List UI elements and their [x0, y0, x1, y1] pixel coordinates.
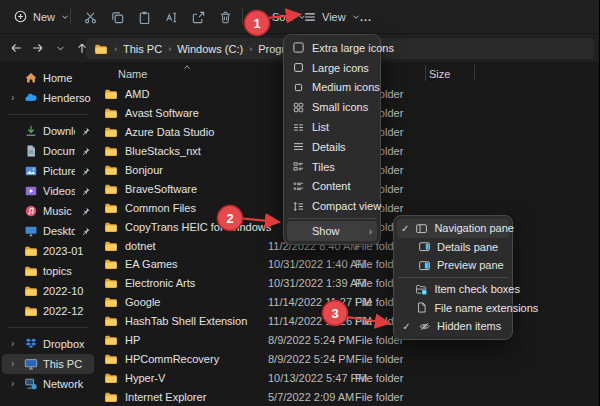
- folder-icon: [104, 182, 118, 196]
- view-menu-item-small-icons[interactable]: Small icons: [287, 97, 377, 117]
- view-menu-item-icon: [292, 160, 305, 173]
- file-row[interactable]: Hyper-V 10/13/2022 5:47 PM File folder: [96, 368, 600, 387]
- sidebar-item-downloads[interactable]: › Downloads: [2, 121, 94, 141]
- view-menu-item-large-icons[interactable]: Large icons: [287, 58, 377, 78]
- show-submenu-item-label: Navigation pane: [434, 222, 514, 234]
- sidebar-item-2023-01[interactable]: › 2023-01: [2, 241, 94, 261]
- sidebar-item-label: 2022-10: [43, 285, 91, 297]
- sidebar-item-label: topics: [43, 265, 91, 277]
- view-menu-item-details[interactable]: Details: [287, 137, 377, 157]
- column-divider[interactable]: [474, 65, 475, 81]
- view-menu-item-label: Small icons: [312, 101, 368, 113]
- share-button[interactable]: [185, 4, 211, 30]
- forward-button[interactable]: [27, 37, 49, 59]
- expand-chevron-icon[interactable]: ›: [11, 93, 19, 103]
- sidebar-item-music[interactable]: › Music: [2, 201, 94, 221]
- file-date-modified: 8/9/2022 5:24 PM: [268, 353, 355, 365]
- file-row[interactable]: HPCommRecovery 8/9/2022 5:24 PM File fol…: [96, 349, 600, 368]
- file-name: dotnet: [125, 240, 156, 252]
- file-row[interactable]: Internet Explorer 5/7/2022 2:09 AM File …: [96, 387, 600, 406]
- breadcrumb-windows-c[interactable]: Windows (C:): [177, 43, 243, 55]
- sidebar-item-dropbox[interactable]: › Dropbox: [2, 334, 94, 354]
- sidebar-item-icon: [24, 357, 38, 371]
- sidebar-item-this-pc[interactable]: › This PC: [2, 354, 94, 374]
- sidebar-item-network[interactable]: › Network: [2, 374, 94, 394]
- menu-divider: [398, 277, 508, 278]
- sidebar-item-documents[interactable]: › Documents: [2, 141, 94, 161]
- view-menu-item-icon: [292, 101, 305, 114]
- sidebar-item-label: Henderson - Personal: [43, 92, 91, 104]
- breadcrumb-this-pc[interactable]: This PC: [123, 43, 162, 55]
- expand-chevron-icon[interactable]: ›: [11, 359, 19, 369]
- sidebar-item-icon: [24, 71, 38, 85]
- file-row[interactable]: Electronic Arts 10/31/2022 1:39 AM File …: [96, 274, 600, 293]
- sidebar-item-2022-12[interactable]: › 2022-12: [2, 301, 94, 321]
- show-submenu-item-details-pane[interactable]: ✓ Details pane: [397, 238, 509, 257]
- sidebar-item-videos[interactable]: › Videos: [2, 181, 94, 201]
- back-button[interactable]: [5, 37, 27, 59]
- sidebar-item-icon: [24, 124, 38, 138]
- sidebar-item-2022-10[interactable]: › 2022-10: [2, 281, 94, 301]
- column-header-name[interactable]: Name: [118, 68, 147, 80]
- view-menu-item-show[interactable]: Show ›: [287, 221, 377, 241]
- view-menu-item-label: Extra large icons: [312, 42, 394, 54]
- view-menu-item-label: List: [312, 121, 329, 133]
- copy-button[interactable]: [104, 4, 130, 30]
- chevron-down-icon: [60, 12, 70, 22]
- file-date-modified: 10/31/2022 1:39 AM: [268, 277, 355, 289]
- back-arrow-icon: [9, 41, 23, 55]
- new-button[interactable]: New: [6, 4, 77, 30]
- sidebar-item-desktop[interactable]: › Desktop: [2, 221, 94, 241]
- sidebar-item-onedrive[interactable]: › Henderson - Personal: [2, 88, 94, 108]
- file-row[interactable]: HashTab Shell Extension 11/14/2022 11:26…: [96, 312, 600, 331]
- folder-icon: [104, 87, 118, 101]
- cut-button[interactable]: [77, 4, 103, 30]
- file-name: Common Files: [125, 202, 196, 214]
- plus-circle-icon: [13, 9, 28, 24]
- view-menu-item-icon: [292, 81, 305, 94]
- show-submenu-item-icon: [418, 259, 431, 272]
- show-submenu-item-hidden-items[interactable]: ✓ Hidden items: [397, 317, 509, 336]
- file-name: BlueStacks_nxt: [125, 145, 201, 157]
- view-menu-item-content[interactable]: Content: [287, 177, 377, 197]
- sidebar-item-label: Home: [43, 72, 91, 84]
- file-row[interactable]: HP 8/9/2022 5:24 PM File folder: [96, 331, 600, 350]
- more-options-button[interactable]: ...: [352, 4, 380, 30]
- sidebar-item-label: This PC: [43, 358, 91, 370]
- sidebar-item-label: Pictures: [43, 165, 75, 177]
- sort-ascending-chevron-icon: [182, 63, 192, 71]
- toolbar-divider: [70, 7, 71, 25]
- delete-button[interactable]: [212, 4, 238, 30]
- rename-icon: [164, 10, 179, 25]
- column-divider[interactable]: [425, 65, 426, 81]
- show-submenu-item-item-check-boxes[interactable]: ✓ Item check boxes: [397, 280, 509, 299]
- sidebar-item-home[interactable]: › Home: [2, 68, 94, 88]
- breadcrumb-separator: ›: [114, 44, 117, 54]
- sidebar-item-topics[interactable]: › topics: [2, 261, 94, 281]
- rename-button[interactable]: [158, 4, 184, 30]
- sidebar-item-label: 2023-01: [43, 245, 91, 257]
- view-menu-item-extra-large-icons[interactable]: Extra large icons: [287, 38, 377, 58]
- show-submenu-item-icon: [415, 301, 428, 314]
- sidebar-item-icon: [24, 377, 38, 391]
- column-header-size[interactable]: Size: [429, 68, 450, 80]
- view-menu-item-list[interactable]: List: [287, 117, 377, 137]
- chevron-down-icon: [55, 43, 66, 54]
- view-menu-item-compact-view[interactable]: Compact view: [287, 196, 377, 216]
- view-menu-item-label: Medium icons: [312, 81, 380, 93]
- recent-locations-button[interactable]: [49, 37, 71, 59]
- file-date-modified: 10/13/2022 5:47 PM: [268, 372, 355, 384]
- file-row[interactable]: EA Games 10/31/2022 1:40 AM File folder: [96, 255, 600, 274]
- paste-button[interactable]: [131, 4, 157, 30]
- show-submenu-item-preview-pane[interactable]: ✓ Preview pane: [397, 256, 509, 275]
- show-submenu-item-navigation-pane[interactable]: ✓ Navigation pane: [397, 219, 509, 238]
- view-lines-icon: [303, 10, 317, 24]
- sidebar-divider: [8, 327, 88, 328]
- expand-chevron-icon[interactable]: ›: [11, 379, 19, 389]
- file-type: File folder: [355, 372, 439, 384]
- expand-chevron-icon[interactable]: ›: [11, 339, 19, 349]
- view-menu-item-tiles[interactable]: Tiles: [287, 157, 377, 177]
- sidebar-item-pictures[interactable]: › Pictures: [2, 161, 94, 181]
- view-menu-item-medium-icons[interactable]: Medium icons: [287, 78, 377, 98]
- show-submenu-item-file-name-extensions[interactable]: ✓ File name extensions: [397, 298, 509, 317]
